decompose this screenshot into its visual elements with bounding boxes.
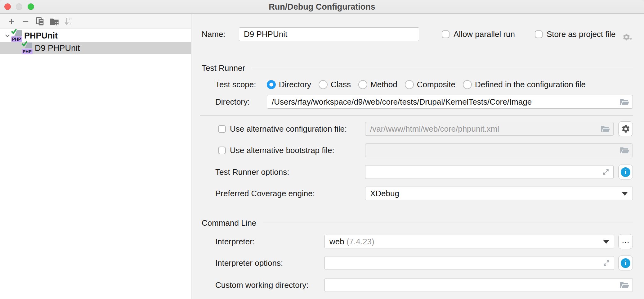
- expand-field-icon[interactable]: [602, 259, 611, 267]
- allow-parallel-run-option: Allow parallel run: [442, 27, 515, 41]
- directory-field-wrap: [267, 95, 633, 109]
- custom-working-directory-field-wrap: [324, 278, 633, 292]
- radio-option-class[interactable]: Class: [319, 80, 351, 89]
- alt-config-label: Use alternative configuration file:: [230, 124, 347, 134]
- store-as-project-file-option: Store as project file ▾: [535, 27, 633, 41]
- expand-field-icon[interactable]: [602, 168, 610, 176]
- tree-item-label: D9 PHPUnit: [35, 43, 80, 53]
- chevron-down-icon[interactable]: [4, 32, 11, 39]
- custom-working-directory-input[interactable]: [325, 279, 633, 292]
- radio-option-composite[interactable]: Composite: [405, 80, 455, 89]
- store-as-project-file-checkbox[interactable]: [535, 30, 543, 38]
- browse-folder-icon[interactable]: [619, 146, 629, 154]
- titlebar: Run/Debug Configurations: [0, 0, 644, 14]
- config-file-settings-button[interactable]: [618, 121, 633, 136]
- radio-option-method[interactable]: Method: [358, 80, 397, 89]
- interpreter-options-input[interactable]: [325, 256, 614, 270]
- alt-bootstrap-field-wrap: [365, 143, 633, 157]
- coverage-engine-value: XDebug: [370, 189, 399, 198]
- form-separator: [200, 115, 633, 116]
- interpreter-version: (7.4.23): [347, 237, 374, 246]
- radio-class[interactable]: [319, 80, 328, 89]
- radio-directory[interactable]: [267, 80, 276, 89]
- ellipsis-icon: …: [622, 236, 630, 247]
- allow-parallel-run-checkbox[interactable]: [442, 30, 449, 38]
- sort-alphabetically-icon[interactable]: a z: [61, 15, 76, 28]
- configuration-editor: Name: Allow parallel run Store as projec…: [192, 14, 644, 299]
- interpreter-value: web: [329, 237, 344, 246]
- configurations-sidebar: + −: [0, 14, 191, 299]
- store-options-gear-icon[interactable]: ▾: [622, 33, 633, 41]
- info-icon: i: [621, 167, 630, 177]
- browse-folder-icon[interactable]: [619, 98, 629, 106]
- runner-options-info-button[interactable]: i: [618, 165, 633, 179]
- test-runner-section-header: Test Runner: [192, 61, 633, 75]
- browse-folder-icon[interactable]: [600, 125, 610, 133]
- section-title: Command Line: [202, 216, 256, 230]
- interpreter-dropdown[interactable]: web (7.4.23): [324, 235, 614, 248]
- alt-config-field-wrap: [365, 122, 614, 136]
- browse-folder-icon[interactable]: [619, 281, 629, 289]
- svg-text:z: z: [69, 21, 71, 26]
- php-badge: PHP: [11, 36, 22, 42]
- alt-config-option: Use alternative configuration file:: [218, 122, 347, 136]
- name-input[interactable]: [239, 28, 419, 41]
- alt-bootstrap-checkbox[interactable]: [218, 147, 226, 154]
- test-scope-label: Test scope:: [215, 78, 256, 91]
- radio-defined-in-config[interactable]: [463, 80, 472, 89]
- radio-method[interactable]: [358, 80, 367, 89]
- php-badge: PHP: [22, 49, 33, 54]
- store-as-project-file-label: Store as project file: [547, 29, 616, 39]
- sidebar-toolbar: + −: [0, 14, 191, 29]
- svg-text:a: a: [69, 16, 72, 21]
- allow-parallel-run-label: Allow parallel run: [454, 29, 515, 39]
- directory-input[interactable]: [267, 95, 633, 108]
- alt-bootstrap-input[interactable]: [365, 144, 633, 157]
- radio-composite[interactable]: [405, 80, 414, 89]
- interpreter-options-label: Interpreter options:: [215, 256, 283, 270]
- alt-config-input[interactable]: [365, 122, 613, 135]
- new-folder-icon[interactable]: [47, 15, 61, 28]
- tree-item-phpunit-group[interactable]: PHP PHPUnit: [0, 29, 191, 42]
- interpreter-browse-button[interactable]: …: [618, 234, 633, 249]
- info-icon: i: [621, 258, 630, 268]
- alt-bootstrap-label: Use alternative bootstrap file:: [230, 146, 334, 155]
- interpreter-options-field-wrap: [324, 256, 614, 270]
- tree-item-label: PHPUnit: [24, 31, 58, 41]
- runner-options-label: Test Runner options:: [215, 165, 289, 179]
- dropdown-arrow-icon: [622, 192, 628, 196]
- runner-options-input[interactable]: [365, 165, 613, 179]
- run-debug-configurations-dialog: Run/Debug Configurations + −: [0, 0, 644, 299]
- remove-configuration-button[interactable]: −: [19, 15, 33, 28]
- configurations-tree: PHP PHPUnit PHP D9 PHPUnit: [0, 29, 191, 54]
- interpreter-label: Interpreter:: [215, 235, 255, 248]
- name-label: Name:: [202, 27, 226, 41]
- add-configuration-button[interactable]: +: [4, 15, 19, 28]
- dropdown-arrow-icon: [603, 240, 609, 244]
- copy-configuration-icon[interactable]: [33, 15, 47, 28]
- test-scope-radio-group: Directory Class Method Composite Defined…: [267, 78, 586, 91]
- directory-label: Directory:: [215, 95, 250, 109]
- coverage-engine-dropdown[interactable]: XDebug: [365, 187, 633, 200]
- phpunit-config-icon: PHP: [22, 42, 33, 54]
- command-line-section-header: Command Line: [192, 216, 633, 230]
- radio-option-directory[interactable]: Directory: [267, 80, 311, 89]
- name-field-wrap: [239, 27, 419, 41]
- coverage-engine-label: Preferred Coverage engine:: [215, 187, 315, 200]
- runner-options-field-wrap: [365, 165, 614, 179]
- custom-working-directory-label: Custom working directory:: [215, 278, 309, 292]
- alt-config-checkbox[interactable]: [218, 125, 226, 133]
- window-title: Run/Debug Configurations: [0, 0, 644, 14]
- interpreter-options-info-button[interactable]: i: [618, 256, 633, 270]
- phpunit-config-icon: PHP: [11, 29, 22, 42]
- tree-item-d9-phpunit[interactable]: PHP D9 PHPUnit: [0, 42, 191, 54]
- alt-bootstrap-option: Use alternative bootstrap file:: [218, 143, 334, 157]
- radio-option-defined-in-config[interactable]: Defined in the configuration file: [463, 80, 586, 89]
- section-title: Test Runner: [202, 61, 245, 75]
